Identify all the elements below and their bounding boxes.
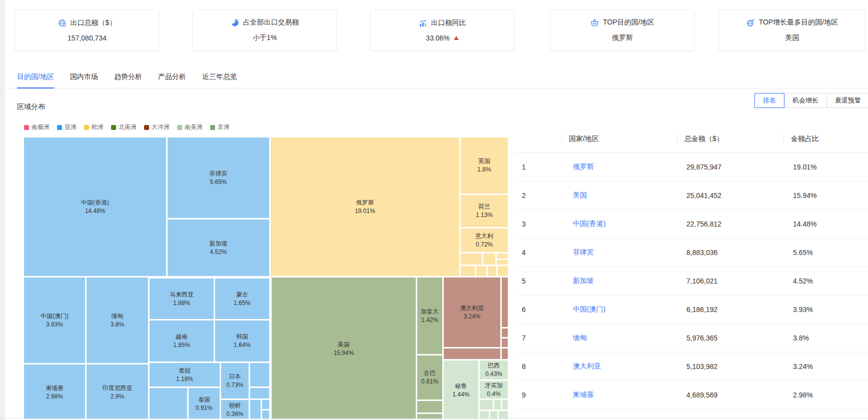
treemap-tile-韩国[interactable]: 韩国1.64% [215, 320, 269, 362]
country-link[interactable]: 俄罗斯 [573, 162, 594, 170]
treemap-tile[interactable] [502, 278, 508, 327]
legend-swatch-icon [84, 125, 89, 130]
country-link[interactable]: 澳大利亚 [573, 362, 601, 370]
treemap-tile-朝鲜[interactable]: 朝鲜0.36% [221, 400, 249, 419]
legend-item-亚洲[interactable]: 亚洲 [57, 123, 77, 132]
rank-cell: 4 [515, 248, 561, 256]
treemap-tile[interactable] [497, 260, 508, 264]
tab-trend-analysis[interactable]: 趋势分析 [114, 72, 142, 88]
globe-dollar-icon: $ [58, 19, 67, 28]
stat-card-yoy: 出口额同比 33.06% [370, 10, 514, 51]
treemap-tile[interactable] [502, 338, 508, 347]
decline-warning-button[interactable]: 衰退预警 [826, 93, 868, 108]
treemap-tile[interactable] [502, 328, 508, 337]
treemap-tile[interactable] [483, 254, 495, 264]
treemap-tile[interactable] [476, 266, 486, 276]
treemap-tile-柬埔寨[interactable]: 柬埔寨2.98% [24, 364, 85, 419]
treemap-tile[interactable] [488, 266, 496, 276]
rank-cell: 5 [515, 277, 561, 285]
treemap-tile-古巴[interactable]: 古巴0.81% [417, 356, 442, 400]
treemap-tile[interactable] [250, 400, 261, 419]
tab-three-year-overview[interactable]: 近三年总览 [202, 72, 237, 88]
treemap-tile-新加坡[interactable]: 新加坡4.52% [168, 220, 269, 276]
country-link[interactable]: 新加坡 [573, 276, 594, 284]
pct-cell: 5.65% [783, 248, 868, 256]
pct-column-header: 金额占比 [783, 134, 868, 144]
treemap-tile-秘鲁[interactable]: 秘鲁1.44% [444, 360, 478, 419]
treemap-tile[interactable] [498, 266, 508, 276]
legend-item-北美洲[interactable]: 北美洲 [111, 123, 137, 132]
rank-button[interactable]: 排名 [754, 93, 784, 108]
treemap-tile[interactable] [417, 401, 442, 412]
treemap-tile-牙买加[interactable]: 牙买加0.4% [480, 381, 508, 398]
legend-item-南美洲[interactable]: 南美洲 [177, 123, 203, 132]
treemap-tile-中国(澳门)[interactable]: 中国(澳门)3.93% [24, 278, 85, 363]
treemap-tile[interactable] [494, 400, 501, 410]
country-cell: 中国(香港) [561, 220, 677, 228]
country-cell: 缅甸 [561, 334, 677, 342]
tab-domestic-market[interactable]: 国内市场 [70, 72, 98, 88]
treemap-tile[interactable] [250, 388, 269, 398]
legend-label: 大洋洲 [152, 123, 170, 132]
legend-label: 南极洲 [32, 123, 50, 132]
tab-destination-country[interactable]: 目的国/地区 [17, 72, 54, 88]
legend-swatch-icon [144, 125, 149, 130]
treemap-tile-美国[interactable]: 美国15.94% [272, 278, 416, 419]
table-row: 1俄罗斯29,875,94719.01% [515, 153, 868, 182]
treemap-tile-缅甸[interactable]: 缅甸3.8% [87, 278, 148, 363]
country-cell: 美国 [561, 191, 677, 200]
bottom-divider [0, 418, 868, 418]
treemap-tile-印度尼西亚[interactable]: 印度尼西亚2.9% [87, 364, 148, 419]
country-link[interactable]: 缅甸 [573, 334, 587, 342]
treemap-tile-中国(香港)[interactable]: 中国(香港)14.48% [24, 138, 166, 276]
legend-swatch-icon [111, 125, 116, 130]
treemap-tile[interactable] [461, 254, 482, 264]
treemap-tile-加拿大[interactable]: 加拿大1.42% [417, 278, 442, 354]
treemap-tile-意大利[interactable]: 意大利0.72% [461, 228, 508, 252]
treemap-tile[interactable] [497, 254, 508, 258]
treemap-tile-澳大利亚[interactable]: 澳大利亚3.24% [444, 278, 500, 347]
treemap-tile-菲律宾[interactable]: 菲律宾5.65% [168, 138, 269, 218]
legend-item-大洋洲[interactable]: 大洋洲 [144, 123, 170, 132]
legend-swatch-icon [210, 125, 215, 130]
country-link[interactable]: 菲律宾 [573, 248, 594, 256]
amount-cell: 25,041,452 [677, 192, 783, 200]
country-cell: 新加坡 [561, 276, 677, 286]
treemap-tile-荷兰[interactable]: 荷兰1.13% [461, 195, 508, 227]
treemap-tile-日本[interactable]: 日本0.73% [221, 363, 249, 398]
treemap-tile[interactable] [502, 348, 508, 359]
tab-product-analysis[interactable]: 产品分析 [158, 72, 186, 88]
treemap-tile-泰国[interactable]: 泰国0.91% [189, 388, 220, 419]
treemap-tile-俄罗斯[interactable]: 俄罗斯19.01% [271, 138, 459, 276]
section-title: 区域分布 [17, 102, 45, 112]
pie-share-icon [231, 18, 239, 27]
table-row: 8澳大利亚5,103,9823.24% [515, 352, 868, 381]
rank-cell: 7 [515, 334, 561, 342]
stat-card-value: 157,080,734 [68, 34, 107, 42]
country-link[interactable]: 中国(澳门) [573, 305, 605, 313]
legend-item-非洲[interactable]: 非洲 [210, 123, 230, 132]
country-link[interactable]: 中国(香港) [573, 220, 605, 228]
country-table-body: 1俄罗斯29,875,94719.01%2美国25,041,45215.94%3… [515, 153, 868, 410]
treemap-tile-蒙古[interactable]: 蒙古1.65% [215, 278, 269, 319]
country-link[interactable]: 柬埔寨 [573, 390, 594, 398]
country-link[interactable]: 美国 [573, 191, 587, 199]
pct-cell: 3.24% [783, 362, 868, 370]
country-cell: 菲律宾 [561, 248, 677, 257]
treemap-tile-英国[interactable]: 英国1.8% [461, 138, 508, 194]
treemap-tile-巴西[interactable]: 巴西0.43% [480, 360, 508, 380]
treemap-tile[interactable] [480, 400, 493, 410]
treemap-tile[interactable] [444, 348, 500, 359]
opportunity-growth-button[interactable]: 机会增长 [784, 93, 827, 108]
treemap-tile-越南[interactable]: 越南1.85% [150, 320, 214, 362]
legend-item-南极洲[interactable]: 南极洲 [24, 123, 50, 132]
treemap-tile[interactable] [461, 266, 475, 276]
treemap-tile-马来西亚[interactable]: 马来西亚1.88% [150, 278, 214, 319]
treemap-tile[interactable] [150, 388, 187, 419]
stat-card-title: TOP增长最多目的国/地区 [759, 18, 838, 27]
treemap-tile-老挝[interactable]: 老挝1.18% [150, 363, 220, 386]
legend-item-欧洲[interactable]: 欧洲 [84, 123, 104, 132]
treemap-tile[interactable] [262, 400, 269, 409]
treemap-tile[interactable] [250, 363, 269, 386]
treemap-tile[interactable] [502, 400, 508, 410]
